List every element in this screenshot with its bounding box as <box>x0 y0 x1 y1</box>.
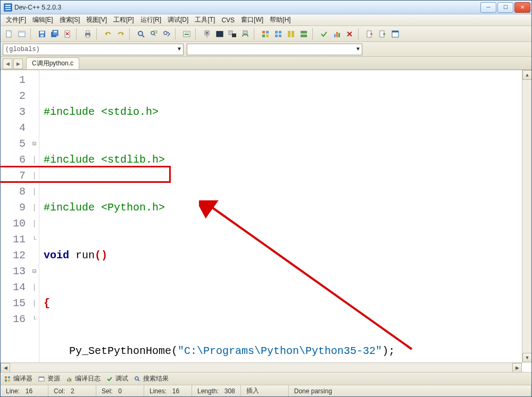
close-file-icon[interactable] <box>61 28 74 40</box>
svg-point-27 <box>206 32 208 34</box>
new-file-icon[interactable] <box>3 28 15 40</box>
svg-rect-41 <box>288 31 290 37</box>
toolbar-grid1-icon[interactable] <box>259 28 272 40</box>
svg-rect-36 <box>266 35 269 37</box>
svg-rect-38 <box>279 31 281 33</box>
svg-rect-15 <box>86 31 89 33</box>
replace-icon[interactable] <box>147 28 160 40</box>
svg-rect-45 <box>334 34 336 37</box>
menu-file[interactable]: 文件[F] <box>3 14 29 26</box>
scroll-right-icon[interactable]: ▶ <box>512 363 522 372</box>
undo-icon[interactable] <box>102 28 114 40</box>
status-lines: 16 <box>172 387 179 395</box>
svg-rect-31 <box>232 33 236 37</box>
save-icon[interactable] <box>36 28 48 40</box>
svg-rect-46 <box>336 32 338 37</box>
compile-icon[interactable] <box>201 28 213 40</box>
tab-resources[interactable]: 资源 <box>38 374 60 383</box>
menu-tools[interactable]: 工具[T] <box>192 14 218 26</box>
tab-next-button[interactable]: ▶ <box>13 58 23 69</box>
menu-cvs[interactable]: CVS <box>218 15 238 25</box>
tab-find-results[interactable]: 搜索结果 <box>134 374 169 383</box>
svg-rect-37 <box>275 31 278 33</box>
menu-help[interactable]: 帮助[H] <box>267 14 294 26</box>
scroll-up-icon[interactable]: ▲ <box>522 70 531 80</box>
class-browser-bar: (globals) ▼ ▼ <box>1 42 531 57</box>
menu-run[interactable]: 运行[R] <box>137 14 164 26</box>
debug-check-icon[interactable] <box>318 28 330 40</box>
app-title: Dev-C++ 5.2.0.3 <box>14 4 479 11</box>
output-tabstrip: 编译器 资源 编译日志 调试 搜索结果 <box>1 372 531 385</box>
svg-rect-16 <box>86 35 89 37</box>
svg-rect-8 <box>40 31 44 33</box>
svg-rect-35 <box>262 35 265 37</box>
minimize-button[interactable]: ─ <box>480 2 496 13</box>
tab-prev-button[interactable]: ◀ <box>3 58 12 69</box>
maximize-button[interactable]: ☐ <box>497 2 513 13</box>
tab-compile-log[interactable]: 编译日志 <box>65 374 101 383</box>
annotation-highlight-box <box>1 166 171 183</box>
svg-rect-58 <box>39 377 44 378</box>
toolbar-grid4-icon[interactable] <box>297 28 310 40</box>
menubar: 文件[F] 编辑[E] 搜索[S] 视图[V] 工程[P] 运行[R] 调试[D… <box>1 14 531 26</box>
menu-window[interactable]: 窗口[W] <box>238 14 267 26</box>
app-window: Dev-C++ 5.2.0.3 ─ ☐ ✕ 文件[F] 编辑[E] 搜索[S] … <box>0 0 532 397</box>
toolbar-grid2-icon[interactable] <box>272 28 285 40</box>
find-next-icon[interactable] <box>160 28 173 40</box>
find-icon[interactable] <box>135 28 147 40</box>
svg-line-63 <box>138 379 139 381</box>
window-buttons: ─ ☐ ✕ <box>479 2 530 13</box>
scroll-down-icon[interactable]: ▼ <box>522 353 531 362</box>
bookmark-window-icon[interactable] <box>389 28 402 40</box>
new-project-icon[interactable] <box>15 28 28 40</box>
rebuild-icon[interactable] <box>239 28 252 40</box>
svg-rect-29 <box>217 32 222 36</box>
scroll-left-icon[interactable]: ◀ <box>1 363 10 372</box>
menu-project[interactable]: 工程[P] <box>110 14 137 26</box>
save-all-icon[interactable] <box>48 28 61 40</box>
svg-rect-6 <box>19 31 25 33</box>
toolbar-grid3-icon[interactable] <box>285 28 297 40</box>
tab-debug[interactable]: 调试 <box>106 374 128 383</box>
horizontal-scrollbar[interactable]: ◀ ▶ <box>1 362 522 372</box>
svg-rect-33 <box>262 31 265 33</box>
compile-run-icon[interactable] <box>226 28 239 40</box>
svg-rect-42 <box>292 31 294 37</box>
menu-view[interactable]: 视图[V] <box>83 14 110 26</box>
goto-bookmark-icon[interactable] <box>363 28 376 40</box>
print-icon[interactable] <box>81 28 94 40</box>
vertical-scrollbar[interactable]: ▲ ▼ <box>522 70 531 362</box>
menu-debug[interactable]: 调试[D] <box>164 14 192 26</box>
delete-icon[interactable] <box>343 28 356 40</box>
source-text[interactable]: #include <stdio.h> #include <stdlib.h> #… <box>39 70 522 362</box>
line-gutter: 1 2 3 4 5 6 7 8 9 10 11 12 13 14 15 16 <box>1 70 30 362</box>
svg-rect-3 <box>5 9 11 10</box>
goto-line-icon[interactable] <box>180 28 193 40</box>
profile-icon[interactable] <box>330 28 343 40</box>
tab-compiler[interactable]: 编译器 <box>4 374 32 383</box>
menu-edit[interactable]: 编辑[E] <box>29 14 56 26</box>
scope-combo[interactable]: (globals) ▼ <box>3 44 184 55</box>
svg-rect-44 <box>301 35 307 37</box>
statusbar: Line: 16 Col: 2 Sel: 0 Lines: 16 Length:… <box>1 385 531 396</box>
svg-line-52 <box>210 206 412 349</box>
close-button[interactable]: ✕ <box>514 2 530 13</box>
svg-rect-60 <box>69 377 70 382</box>
toggle-bookmark-icon[interactable] <box>376 28 389 40</box>
run-icon[interactable] <box>213 28 226 40</box>
menu-search[interactable]: 搜索[S] <box>56 14 84 26</box>
find-results-icon <box>134 375 141 383</box>
svg-rect-34 <box>266 31 269 33</box>
svg-point-17 <box>138 31 143 36</box>
tab-label: C调用python.c <box>32 60 73 67</box>
svg-point-22 <box>164 31 167 35</box>
member-combo[interactable]: ▼ <box>187 44 362 55</box>
code-editor[interactable]: 1 2 3 4 5 6 7 8 9 10 11 12 13 14 15 16 ⊟ <box>1 70 531 372</box>
svg-rect-43 <box>301 31 307 33</box>
svg-rect-51 <box>392 31 398 32</box>
svg-rect-59 <box>67 379 68 382</box>
redo-icon[interactable] <box>114 28 127 40</box>
scope-value: (globals) <box>5 46 40 53</box>
editor-tab[interactable]: C调用python.c <box>26 57 79 69</box>
svg-rect-1 <box>5 5 11 6</box>
